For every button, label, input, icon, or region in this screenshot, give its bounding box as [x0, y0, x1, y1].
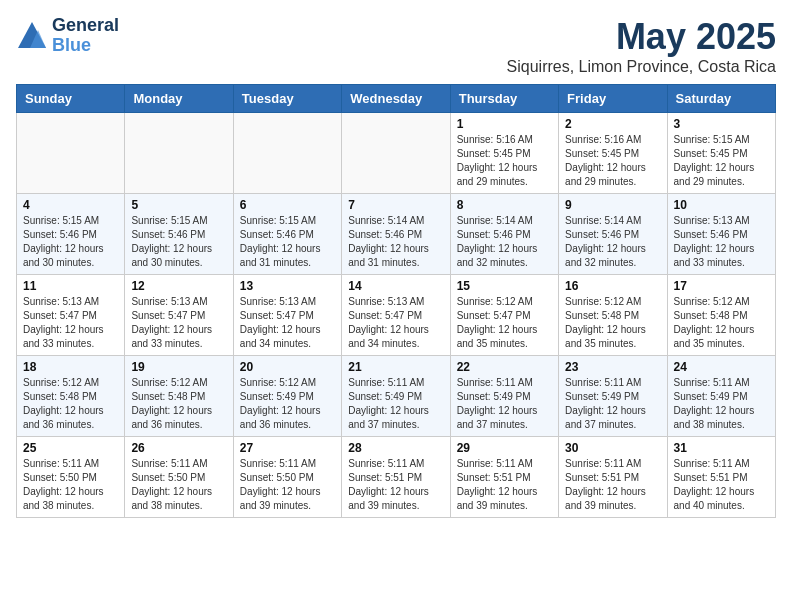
weekday-header: Tuesday	[233, 85, 341, 113]
calendar-day-cell: 20Sunrise: 5:12 AMSunset: 5:49 PMDayligh…	[233, 356, 341, 437]
day-info: Sunrise: 5:13 AMSunset: 5:47 PMDaylight:…	[23, 295, 118, 351]
calendar-day-cell: 15Sunrise: 5:12 AMSunset: 5:47 PMDayligh…	[450, 275, 558, 356]
day-number: 19	[131, 360, 226, 374]
calendar-day-cell: 6Sunrise: 5:15 AMSunset: 5:46 PMDaylight…	[233, 194, 341, 275]
day-info: Sunrise: 5:13 AMSunset: 5:47 PMDaylight:…	[240, 295, 335, 351]
weekday-header: Friday	[559, 85, 667, 113]
calendar-day-cell	[233, 113, 341, 194]
day-number: 13	[240, 279, 335, 293]
logo-general-text: General	[52, 16, 119, 36]
day-info: Sunrise: 5:11 AMSunset: 5:49 PMDaylight:…	[348, 376, 443, 432]
calendar-day-cell: 5Sunrise: 5:15 AMSunset: 5:46 PMDaylight…	[125, 194, 233, 275]
calendar-day-cell: 23Sunrise: 5:11 AMSunset: 5:49 PMDayligh…	[559, 356, 667, 437]
day-number: 24	[674, 360, 769, 374]
day-number: 21	[348, 360, 443, 374]
calendar-week-row: 11Sunrise: 5:13 AMSunset: 5:47 PMDayligh…	[17, 275, 776, 356]
day-info: Sunrise: 5:13 AMSunset: 5:47 PMDaylight:…	[131, 295, 226, 351]
day-info: Sunrise: 5:12 AMSunset: 5:48 PMDaylight:…	[565, 295, 660, 351]
day-number: 30	[565, 441, 660, 455]
day-info: Sunrise: 5:16 AMSunset: 5:45 PMDaylight:…	[457, 133, 552, 189]
day-info: Sunrise: 5:14 AMSunset: 5:46 PMDaylight:…	[565, 214, 660, 270]
day-number: 9	[565, 198, 660, 212]
calendar-day-cell: 29Sunrise: 5:11 AMSunset: 5:51 PMDayligh…	[450, 437, 558, 518]
day-number: 11	[23, 279, 118, 293]
calendar-day-cell: 18Sunrise: 5:12 AMSunset: 5:48 PMDayligh…	[17, 356, 125, 437]
location-title: Siquirres, Limon Province, Costa Rica	[507, 58, 776, 76]
calendar-day-cell: 21Sunrise: 5:11 AMSunset: 5:49 PMDayligh…	[342, 356, 450, 437]
calendar-week-row: 25Sunrise: 5:11 AMSunset: 5:50 PMDayligh…	[17, 437, 776, 518]
day-number: 23	[565, 360, 660, 374]
day-number: 31	[674, 441, 769, 455]
day-number: 15	[457, 279, 552, 293]
calendar-day-cell: 17Sunrise: 5:12 AMSunset: 5:48 PMDayligh…	[667, 275, 775, 356]
calendar-day-cell: 8Sunrise: 5:14 AMSunset: 5:46 PMDaylight…	[450, 194, 558, 275]
calendar: SundayMondayTuesdayWednesdayThursdayFrid…	[16, 84, 776, 518]
title-area: May 2025 Siquirres, Limon Province, Cost…	[507, 16, 776, 76]
day-info: Sunrise: 5:11 AMSunset: 5:49 PMDaylight:…	[457, 376, 552, 432]
calendar-day-cell: 27Sunrise: 5:11 AMSunset: 5:50 PMDayligh…	[233, 437, 341, 518]
day-number: 28	[348, 441, 443, 455]
day-number: 14	[348, 279, 443, 293]
day-info: Sunrise: 5:11 AMSunset: 5:50 PMDaylight:…	[131, 457, 226, 513]
day-info: Sunrise: 5:15 AMSunset: 5:45 PMDaylight:…	[674, 133, 769, 189]
logo-text: General Blue	[52, 16, 119, 56]
day-number: 18	[23, 360, 118, 374]
day-number: 12	[131, 279, 226, 293]
day-number: 1	[457, 117, 552, 131]
calendar-day-cell: 30Sunrise: 5:11 AMSunset: 5:51 PMDayligh…	[559, 437, 667, 518]
calendar-day-cell: 25Sunrise: 5:11 AMSunset: 5:50 PMDayligh…	[17, 437, 125, 518]
day-info: Sunrise: 5:14 AMSunset: 5:46 PMDaylight:…	[348, 214, 443, 270]
day-info: Sunrise: 5:12 AMSunset: 5:49 PMDaylight:…	[240, 376, 335, 432]
calendar-day-cell: 11Sunrise: 5:13 AMSunset: 5:47 PMDayligh…	[17, 275, 125, 356]
calendar-day-cell: 12Sunrise: 5:13 AMSunset: 5:47 PMDayligh…	[125, 275, 233, 356]
calendar-week-row: 18Sunrise: 5:12 AMSunset: 5:48 PMDayligh…	[17, 356, 776, 437]
logo-icon	[16, 20, 48, 52]
calendar-day-cell: 31Sunrise: 5:11 AMSunset: 5:51 PMDayligh…	[667, 437, 775, 518]
day-info: Sunrise: 5:11 AMSunset: 5:51 PMDaylight:…	[348, 457, 443, 513]
day-info: Sunrise: 5:15 AMSunset: 5:46 PMDaylight:…	[23, 214, 118, 270]
weekday-header: Saturday	[667, 85, 775, 113]
day-number: 8	[457, 198, 552, 212]
weekday-header-row: SundayMondayTuesdayWednesdayThursdayFrid…	[17, 85, 776, 113]
day-number: 17	[674, 279, 769, 293]
calendar-day-cell: 14Sunrise: 5:13 AMSunset: 5:47 PMDayligh…	[342, 275, 450, 356]
day-number: 20	[240, 360, 335, 374]
day-number: 5	[131, 198, 226, 212]
header: General Blue May 2025 Siquirres, Limon P…	[16, 16, 776, 76]
day-info: Sunrise: 5:12 AMSunset: 5:48 PMDaylight:…	[131, 376, 226, 432]
month-title: May 2025	[507, 16, 776, 58]
calendar-day-cell: 28Sunrise: 5:11 AMSunset: 5:51 PMDayligh…	[342, 437, 450, 518]
calendar-day-cell: 13Sunrise: 5:13 AMSunset: 5:47 PMDayligh…	[233, 275, 341, 356]
weekday-header: Thursday	[450, 85, 558, 113]
day-info: Sunrise: 5:12 AMSunset: 5:47 PMDaylight:…	[457, 295, 552, 351]
day-info: Sunrise: 5:11 AMSunset: 5:51 PMDaylight:…	[565, 457, 660, 513]
calendar-week-row: 1Sunrise: 5:16 AMSunset: 5:45 PMDaylight…	[17, 113, 776, 194]
day-number: 16	[565, 279, 660, 293]
day-info: Sunrise: 5:15 AMSunset: 5:46 PMDaylight:…	[131, 214, 226, 270]
calendar-day-cell: 4Sunrise: 5:15 AMSunset: 5:46 PMDaylight…	[17, 194, 125, 275]
day-info: Sunrise: 5:12 AMSunset: 5:48 PMDaylight:…	[674, 295, 769, 351]
day-number: 26	[131, 441, 226, 455]
calendar-day-cell: 1Sunrise: 5:16 AMSunset: 5:45 PMDaylight…	[450, 113, 558, 194]
day-info: Sunrise: 5:15 AMSunset: 5:46 PMDaylight:…	[240, 214, 335, 270]
day-number: 4	[23, 198, 118, 212]
day-number: 6	[240, 198, 335, 212]
weekday-header: Wednesday	[342, 85, 450, 113]
day-number: 7	[348, 198, 443, 212]
weekday-header: Sunday	[17, 85, 125, 113]
calendar-day-cell: 19Sunrise: 5:12 AMSunset: 5:48 PMDayligh…	[125, 356, 233, 437]
calendar-week-row: 4Sunrise: 5:15 AMSunset: 5:46 PMDaylight…	[17, 194, 776, 275]
calendar-day-cell: 10Sunrise: 5:13 AMSunset: 5:46 PMDayligh…	[667, 194, 775, 275]
day-info: Sunrise: 5:12 AMSunset: 5:48 PMDaylight:…	[23, 376, 118, 432]
day-number: 10	[674, 198, 769, 212]
calendar-day-cell: 26Sunrise: 5:11 AMSunset: 5:50 PMDayligh…	[125, 437, 233, 518]
calendar-day-cell: 16Sunrise: 5:12 AMSunset: 5:48 PMDayligh…	[559, 275, 667, 356]
day-info: Sunrise: 5:11 AMSunset: 5:49 PMDaylight:…	[674, 376, 769, 432]
day-info: Sunrise: 5:11 AMSunset: 5:51 PMDaylight:…	[674, 457, 769, 513]
weekday-header: Monday	[125, 85, 233, 113]
day-info: Sunrise: 5:16 AMSunset: 5:45 PMDaylight:…	[565, 133, 660, 189]
day-info: Sunrise: 5:11 AMSunset: 5:51 PMDaylight:…	[457, 457, 552, 513]
calendar-day-cell: 22Sunrise: 5:11 AMSunset: 5:49 PMDayligh…	[450, 356, 558, 437]
day-number: 29	[457, 441, 552, 455]
calendar-day-cell: 3Sunrise: 5:15 AMSunset: 5:45 PMDaylight…	[667, 113, 775, 194]
